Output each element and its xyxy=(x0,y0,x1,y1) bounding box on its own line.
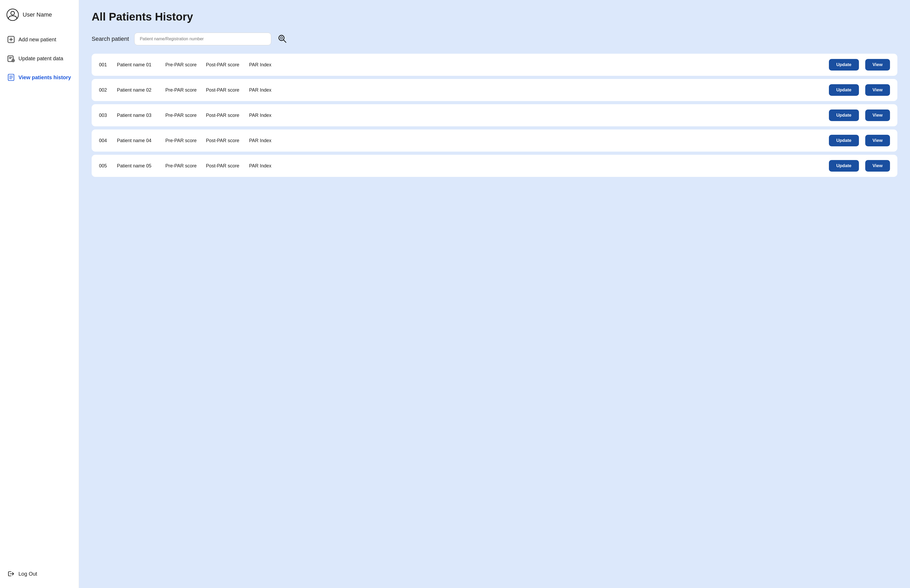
view-button[interactable]: View xyxy=(865,160,890,171)
par-index: PAR Index xyxy=(249,113,823,118)
search-section: Search patient xyxy=(92,32,897,45)
add-patient-icon xyxy=(7,36,15,43)
post-par-score: Post-PAR score xyxy=(206,62,243,68)
pre-par-score: Pre-PAR score xyxy=(165,113,200,118)
update-button[interactable]: Update xyxy=(829,84,859,96)
table-row: 002 Patient name 02 Pre-PAR score Post-P… xyxy=(92,79,897,101)
sidebar-item-update-patient[interactable]: Update patent data xyxy=(6,53,73,64)
sidebar-item-add-patient-label: Add new patient xyxy=(18,37,56,43)
patient-name: Patient name 05 xyxy=(117,163,159,169)
logout-button[interactable]: Log Out xyxy=(6,568,73,580)
pre-par-score: Pre-PAR score xyxy=(165,87,200,93)
patient-id: 002 xyxy=(99,87,111,93)
page-title: All Patients History xyxy=(92,11,897,23)
post-par-score: Post-PAR score xyxy=(206,163,243,169)
view-button[interactable]: View xyxy=(865,84,890,96)
sidebar-item-add-patient[interactable]: Add new patient xyxy=(6,34,73,45)
pre-par-score: Pre-PAR score xyxy=(165,163,200,169)
nav-items: Add new patient Update patent data Vie xyxy=(6,34,73,568)
search-label: Search patient xyxy=(92,36,129,42)
table-row: 005 Patient name 05 Pre-PAR score Post-P… xyxy=(92,155,897,177)
pre-par-score: Pre-PAR score xyxy=(165,138,200,144)
patient-name: Patient name 02 xyxy=(117,87,159,93)
patient-list: 001 Patient name 01 Pre-PAR score Post-P… xyxy=(92,54,897,177)
view-button[interactable]: View xyxy=(865,135,890,146)
sidebar-item-view-history-label: View patients history xyxy=(18,74,71,81)
svg-line-16 xyxy=(284,40,286,42)
par-index: PAR Index xyxy=(249,163,823,169)
patient-name: Patient name 01 xyxy=(117,62,159,68)
search-icon xyxy=(278,34,287,44)
table-row: 004 Patient name 04 Pre-PAR score Post-P… xyxy=(92,129,897,152)
logout-icon xyxy=(7,570,15,577)
post-par-score: Post-PAR score xyxy=(206,138,243,144)
par-index: PAR Index xyxy=(249,62,823,68)
par-index: PAR Index xyxy=(249,87,823,93)
patient-id: 004 xyxy=(99,138,111,144)
patient-name: Patient name 04 xyxy=(117,138,159,144)
svg-point-15 xyxy=(279,35,284,40)
post-par-score: Post-PAR score xyxy=(206,87,243,93)
main-content: All Patients History Search patient 001 … xyxy=(79,0,910,588)
sidebar-item-view-history[interactable]: View patients history xyxy=(6,72,73,83)
svg-point-17 xyxy=(280,37,283,39)
user-avatar-icon xyxy=(6,8,19,21)
view-history-icon xyxy=(7,74,15,81)
patient-id: 001 xyxy=(99,62,111,68)
logout-label: Log Out xyxy=(18,571,37,577)
sidebar-item-update-label: Update patent data xyxy=(18,55,63,61)
update-button[interactable]: Update xyxy=(829,59,859,71)
table-row: 003 Patient name 03 Pre-PAR score Post-P… xyxy=(92,104,897,126)
patient-id: 005 xyxy=(99,163,111,169)
update-patient-icon xyxy=(7,55,15,62)
patient-name: Patient name 03 xyxy=(117,113,159,118)
post-par-score: Post-PAR score xyxy=(206,113,243,118)
view-button[interactable]: View xyxy=(865,59,890,71)
update-button[interactable]: Update xyxy=(829,160,859,171)
search-input[interactable] xyxy=(134,32,271,45)
patient-id: 003 xyxy=(99,113,111,118)
user-section: User Name xyxy=(6,8,73,21)
table-row: 001 Patient name 01 Pre-PAR score Post-P… xyxy=(92,54,897,76)
sidebar: User Name Add new patient Update patent … xyxy=(0,0,79,588)
update-button[interactable]: Update xyxy=(829,135,859,146)
user-name: User Name xyxy=(23,11,52,18)
svg-point-1 xyxy=(11,11,15,15)
search-button[interactable] xyxy=(276,33,288,45)
update-button[interactable]: Update xyxy=(829,110,859,121)
view-button[interactable]: View xyxy=(865,110,890,121)
par-index: PAR Index xyxy=(249,138,823,144)
pre-par-score: Pre-PAR score xyxy=(165,62,200,68)
